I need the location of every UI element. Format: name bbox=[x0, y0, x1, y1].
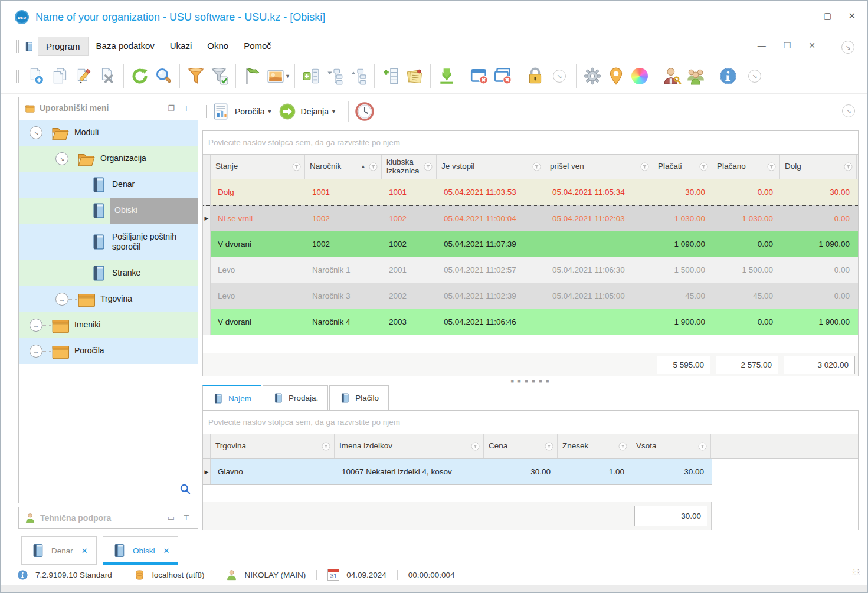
tab-prodaja[interactable]: Prodaja. bbox=[263, 385, 328, 410]
copy-document-icon[interactable] bbox=[48, 63, 72, 89]
filter-icon[interactable] bbox=[545, 442, 553, 451]
filter-icon[interactable] bbox=[618, 442, 627, 451]
column-header-klubska-izkaznica[interactable]: klubska izkaznica bbox=[382, 155, 437, 179]
delete-document-icon[interactable] bbox=[96, 63, 119, 89]
notes-icon[interactable] bbox=[402, 63, 426, 89]
group-add-icon[interactable] bbox=[299, 63, 323, 89]
new-document-icon[interactable] bbox=[25, 63, 48, 89]
window-close-button[interactable]: ✕ bbox=[848, 11, 856, 21]
table-row[interactable]: V dvorani1002100205.04.2021 11:07:391 09… bbox=[203, 231, 858, 257]
filter-icon[interactable] bbox=[698, 442, 707, 451]
refresh-icon[interactable] bbox=[128, 63, 152, 89]
expand-node-icon[interactable]: → bbox=[55, 293, 68, 306]
timer-clock-icon[interactable] bbox=[355, 101, 375, 122]
column-header-plačano[interactable]: Plačano bbox=[712, 155, 780, 179]
info-icon[interactable] bbox=[716, 63, 740, 89]
menu-item-ukazi[interactable]: Ukazi bbox=[162, 37, 200, 56]
content-toolbar-drag-handle[interactable] bbox=[204, 105, 207, 118]
menu-item-okno[interactable]: Okno bbox=[199, 37, 236, 56]
column-header-plačati[interactable]: Plačati bbox=[653, 155, 712, 179]
table-row[interactable]: ▶Ni se vrnil1002100205.04.2021 11:00:040… bbox=[203, 205, 858, 231]
column-header-je-vstopil[interactable]: Je vstopil bbox=[437, 155, 545, 179]
mdi-minimize-button[interactable]: — bbox=[758, 41, 766, 50]
reports-menu-button[interactable]: Poročila bbox=[235, 107, 265, 116]
flag-icon[interactable] bbox=[240, 63, 264, 89]
users-group-icon[interactable] bbox=[684, 63, 707, 89]
mdi-close-button[interactable]: ✕ bbox=[808, 41, 815, 50]
collapse-node-icon[interactable]: ↘ bbox=[30, 126, 42, 139]
support-panel[interactable]: Tehnična podpora ▭ ⊤ bbox=[18, 507, 198, 529]
detail-column-header-cena[interactable]: Cena bbox=[484, 434, 558, 458]
sidebar-item-pošiljanje-poštnih-sporočil[interactable]: Pošiljanje poštnih sporočil bbox=[19, 224, 198, 260]
column-header-prišel-ven[interactable]: prišel ven bbox=[545, 155, 653, 179]
horizontal-splitter[interactable]: ■ ■ ■ ■ ■ ■ bbox=[202, 376, 859, 385]
filter-icon[interactable] bbox=[471, 442, 480, 451]
detail-column-header-vsota[interactable]: Vsota bbox=[631, 434, 711, 458]
filter-icon[interactable] bbox=[699, 162, 708, 171]
lock-icon[interactable] bbox=[523, 63, 547, 89]
menubar-drag-handle[interactable] bbox=[16, 40, 19, 53]
sidebar-item-trgovina[interactable]: →Trgovina bbox=[19, 286, 198, 312]
filter-icon[interactable] bbox=[844, 162, 853, 171]
sidebar-item-moduli[interactable]: ↘Moduli bbox=[19, 120, 198, 146]
collapse-node-icon[interactable]: ↘ bbox=[55, 152, 68, 165]
filter-icon[interactable] bbox=[424, 162, 433, 171]
close-all-windows-icon[interactable] bbox=[491, 63, 515, 89]
close-tab-icon[interactable]: ✕ bbox=[163, 546, 170, 555]
toolbar-overflow-button[interactable]: ↘ bbox=[553, 70, 566, 83]
table-row[interactable]: V dvoraniNaročnik 4200305.04.2021 11:06:… bbox=[203, 309, 858, 335]
menu-item-baza-podatkov[interactable]: Baza podatkov bbox=[89, 37, 162, 56]
expand-node-icon[interactable]: → bbox=[30, 345, 42, 358]
edit-document-icon[interactable] bbox=[72, 63, 96, 89]
filter-icon[interactable] bbox=[767, 162, 776, 171]
tab-plačilo[interactable]: Plačilo bbox=[329, 385, 389, 410]
detail-column-header-znesek[interactable]: Znesek bbox=[558, 434, 631, 458]
window-maximize-button[interactable]: ▢ bbox=[823, 11, 831, 21]
location-icon[interactable] bbox=[604, 63, 628, 89]
sidebar-pin-button[interactable]: ⊤ bbox=[181, 104, 192, 113]
menubar-overflow-button[interactable]: ↘ bbox=[841, 41, 854, 54]
column-header-stanje[interactable]: Stanje bbox=[211, 155, 305, 179]
sidebar-item-imeniki[interactable]: →Imeniki bbox=[19, 312, 198, 338]
download-icon[interactable] bbox=[435, 63, 458, 89]
menu-item-pomoč[interactable]: Pomoč bbox=[236, 37, 279, 56]
search-icon[interactable] bbox=[152, 63, 175, 89]
sidebar-item-poročila[interactable]: →Poročila bbox=[19, 338, 198, 364]
user-permissions-icon[interactable] bbox=[660, 63, 684, 89]
filter-icon[interactable] bbox=[369, 162, 378, 171]
detail-column-header-imena-izdelkov[interactable]: Imena izdelkov bbox=[335, 434, 484, 458]
column-header-naročnik[interactable]: Naročnik▲ bbox=[305, 155, 382, 179]
image-dropdown-caret[interactable]: ▼ bbox=[285, 73, 290, 79]
sidebar-item-organizacija[interactable]: ↘Organizacija bbox=[19, 146, 198, 172]
close-tab-icon[interactable]: ✕ bbox=[81, 546, 88, 555]
tree-collapse-icon[interactable] bbox=[323, 63, 346, 89]
detail-column-header-trgovina[interactable]: Trgovina bbox=[211, 434, 335, 458]
sidebar-search-icon[interactable] bbox=[179, 483, 191, 494]
table-row[interactable]: LevoNaročnik 1200105.04.2021 11:02:5705.… bbox=[203, 257, 858, 283]
sidebar-item-denar[interactable]: Denar bbox=[19, 172, 198, 198]
colors-icon[interactable] bbox=[628, 63, 651, 89]
sidebar-float-button[interactable]: ❐ bbox=[166, 104, 176, 113]
table-row[interactable]: LevoNaročnik 3200205.04.2021 11:02:3905.… bbox=[203, 283, 858, 309]
settings-icon[interactable] bbox=[581, 63, 604, 89]
resize-grip[interactable]: ∴∴∴∴ bbox=[852, 569, 862, 579]
toolbar-drag-handle[interactable] bbox=[16, 70, 19, 83]
document-tab-denar[interactable]: Denar✕ bbox=[21, 536, 97, 565]
image-icon[interactable] bbox=[264, 63, 287, 89]
content-toolbar-overflow-button[interactable]: ↘ bbox=[842, 104, 855, 117]
expand-node-icon[interactable]: → bbox=[30, 319, 42, 332]
document-tab-obiski[interactable]: Obiski✕ bbox=[103, 536, 178, 565]
support-pin-button[interactable]: ⊤ bbox=[181, 513, 192, 522]
filter-icon[interactable] bbox=[640, 162, 649, 171]
tree-expand-icon[interactable] bbox=[346, 63, 370, 89]
close-window-icon[interactable] bbox=[467, 63, 491, 89]
column-header-dolg[interactable]: Dolg bbox=[780, 155, 857, 179]
tab-najem[interactable]: Najem bbox=[202, 385, 261, 410]
sidebar-item-obiski[interactable]: Obiski bbox=[19, 198, 198, 224]
window-minimize-button[interactable]: — bbox=[798, 11, 807, 21]
filter-apply-icon[interactable] bbox=[208, 63, 231, 89]
filter-icon[interactable] bbox=[292, 162, 301, 171]
support-float-button[interactable]: ▭ bbox=[166, 513, 176, 522]
mdi-restore-button[interactable]: ❐ bbox=[784, 41, 791, 50]
detail-table-row[interactable]: ▶Glavno10067 Nekateri izdelki 4, kosov30… bbox=[203, 459, 712, 485]
